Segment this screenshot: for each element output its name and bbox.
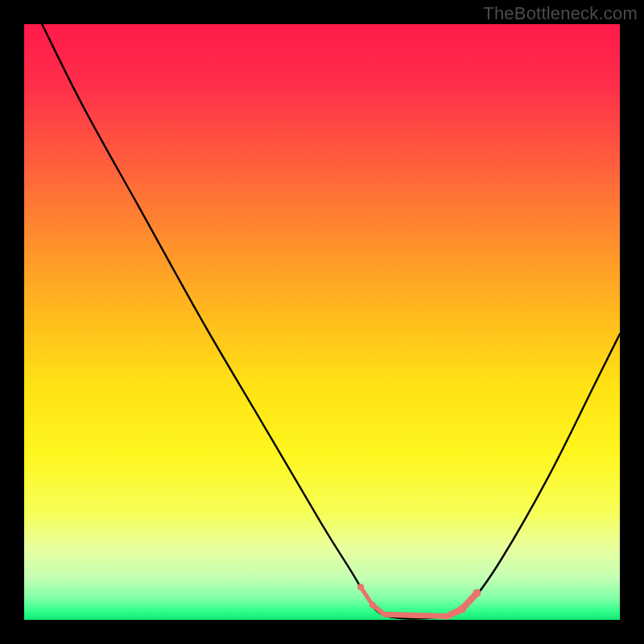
svg-line-3 xyxy=(385,614,448,616)
svg-point-6 xyxy=(357,584,364,590)
svg-point-7 xyxy=(369,602,376,609)
plot-area xyxy=(24,24,620,620)
svg-line-1 xyxy=(361,587,373,605)
svg-point-9 xyxy=(473,589,481,597)
highlight-region xyxy=(24,24,620,620)
chart-frame: TheBottleneck.com xyxy=(0,0,644,644)
svg-point-8 xyxy=(458,605,466,613)
watermark-text: TheBottleneck.com xyxy=(483,3,638,24)
